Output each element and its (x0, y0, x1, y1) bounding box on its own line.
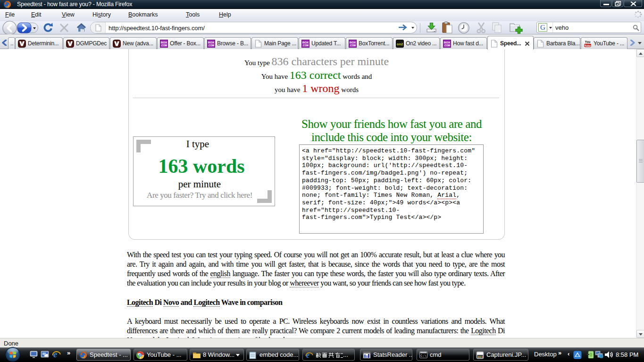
svg-text:.COM: .COM (444, 44, 450, 47)
svg-text:.COM: .COM (161, 44, 167, 47)
svg-text:You: You (585, 40, 591, 43)
svg-text:BOX: BOX (302, 41, 309, 44)
svg-text:Tube: Tube (585, 44, 592, 47)
svg-text:.COM: .COM (208, 44, 214, 47)
svg-text:.COM: .COM (302, 44, 309, 47)
svg-text:C:\: C:\ (420, 354, 427, 358)
svg-text:BOX: BOX (161, 41, 167, 44)
svg-text:e: e (306, 351, 309, 359)
svg-text:.COM: .COM (350, 44, 356, 47)
svg-text:on2: on2 (397, 42, 403, 46)
svg-text:BOX: BOX (208, 41, 215, 44)
svg-text:BOX: BOX (444, 41, 451, 44)
svg-text:BOX: BOX (350, 41, 356, 44)
svg-text:e: e (53, 350, 58, 359)
